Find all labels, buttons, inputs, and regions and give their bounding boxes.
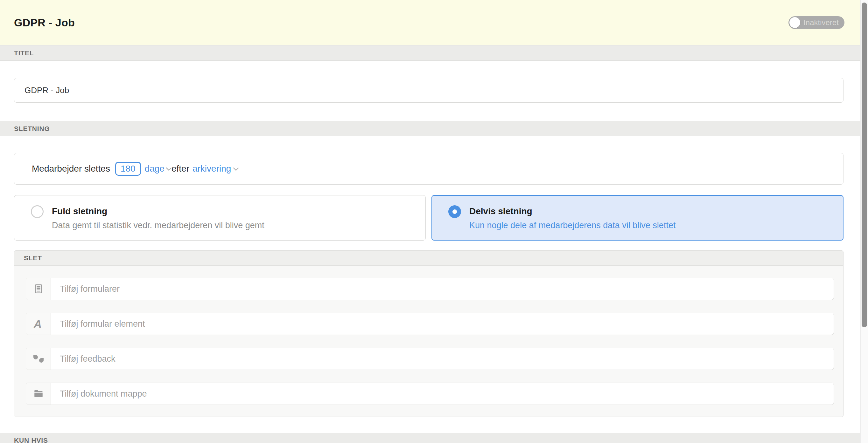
sentence-prefix: Medarbejder slettes xyxy=(32,164,110,174)
gdpr-job-page: GDPR - Job Inaktiveret TITEL SLETNING Me… xyxy=(0,0,860,443)
sletning-block: Medarbejder slettes 180 dage efter arkiv… xyxy=(0,136,860,417)
radio-selected-icon[interactable] xyxy=(448,205,461,218)
title-input[interactable] xyxy=(14,78,843,103)
scrollbar[interactable] xyxy=(860,0,868,443)
chevron-down-icon[interactable] xyxy=(233,165,239,171)
add-document-folder-field xyxy=(26,383,834,405)
titel-block xyxy=(0,61,860,121)
section-header-sletning: SLETNING xyxy=(0,121,860,136)
option-partial-deletion[interactable]: Delvis sletning Kun nogle dele af medarb… xyxy=(431,195,843,241)
slet-panel: SLET xyxy=(14,250,843,417)
option-description: Kun nogle dele af medarbejderens data vi… xyxy=(469,220,676,230)
section-label-sletning: SLETNING xyxy=(14,125,50,133)
folder-icon xyxy=(26,383,51,405)
option-texts: Fuld sletning Data gemt til statistik ve… xyxy=(52,205,265,240)
page-title: GDPR - Job xyxy=(14,16,75,29)
active-toggle[interactable]: Inaktiveret xyxy=(788,16,844,29)
chevron-down-icon[interactable] xyxy=(166,165,172,171)
option-title: Fuld sletning xyxy=(52,206,265,216)
option-full-deletion[interactable]: Fuld sletning Data gemt til statistik ve… xyxy=(14,195,426,241)
unit-dropdown[interactable]: dage xyxy=(145,164,164,174)
page-header: GDPR - Job Inaktiveret xyxy=(0,0,860,45)
section-label-slet: SLET xyxy=(24,254,42,262)
section-label-kun-hvis: KUN HVIS xyxy=(14,437,48,443)
slet-panel-body: A xyxy=(14,266,843,417)
add-forms-field xyxy=(26,278,834,300)
section-label-titel: TITEL xyxy=(14,49,34,57)
toggle-label: Inaktiveret xyxy=(800,18,844,27)
radio-unselected-icon[interactable] xyxy=(31,205,43,218)
add-feedback-input[interactable] xyxy=(51,348,834,370)
section-header-kun-hvis: KUN HVIS xyxy=(0,433,860,443)
event-dropdown[interactable]: arkivering xyxy=(192,164,231,174)
option-texts: Delvis sletning Kun nogle dele af medarb… xyxy=(469,205,676,240)
option-title: Delvis sletning xyxy=(469,206,676,216)
text-element-icon: A xyxy=(26,313,51,335)
option-description: Data gemt til statistik vedr. medarbejde… xyxy=(52,220,265,230)
feedback-quote-icon xyxy=(26,348,51,370)
add-document-folder-input[interactable] xyxy=(51,383,834,405)
add-form-element-field: A xyxy=(26,313,834,335)
add-feedback-field xyxy=(26,348,834,370)
deletion-rule-card: Medarbejder slettes 180 dage efter arkiv… xyxy=(14,153,843,184)
toggle-knob-icon[interactable] xyxy=(789,17,800,28)
section-header-titel: TITEL xyxy=(0,45,860,61)
add-form-element-input[interactable] xyxy=(51,313,834,335)
deletion-options: Fuld sletning Data gemt til statistik ve… xyxy=(14,195,843,241)
form-icon xyxy=(26,278,51,300)
sentence-connector: efter xyxy=(172,164,189,174)
slet-panel-header: SLET xyxy=(14,251,843,266)
add-forms-input[interactable] xyxy=(51,278,834,300)
days-value-button[interactable]: 180 xyxy=(115,162,141,176)
scrollbar-thumb[interactable] xyxy=(862,3,867,327)
